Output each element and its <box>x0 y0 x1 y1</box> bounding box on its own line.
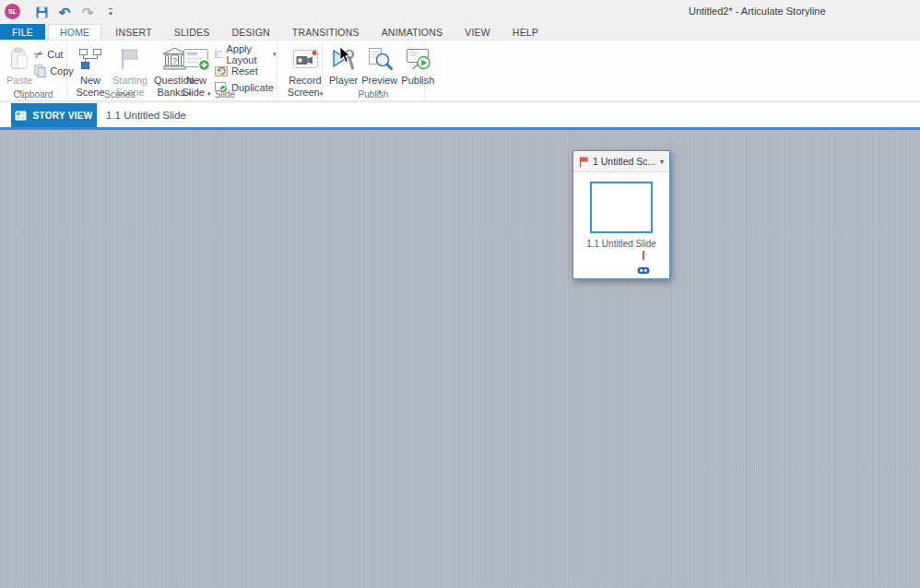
apply-layout-button[interactable]: Apply Layout ▾ <box>215 46 277 62</box>
scenes-group-caption: Scenes <box>67 89 172 100</box>
record-screen-icon <box>292 48 319 70</box>
cut-icon: ✂ <box>32 46 46 62</box>
ribbon-group-record: Record Screen▾ <box>277 41 322 100</box>
ribbon-group-slide: New Slide ▾ Apply Layout ▾ <box>173 41 277 100</box>
connection-stub <box>643 251 644 260</box>
slide-thumbnail-label: 1.1 Untitled Slide <box>573 239 669 249</box>
tab-help[interactable]: HELP <box>501 24 549 40</box>
reset-label: Reset <box>231 65 258 76</box>
redo-icon: ↷ <box>82 6 94 19</box>
new-scene-icon <box>78 47 102 71</box>
tab-slides[interactable]: SLIDES <box>163 24 221 40</box>
cut-label: Cut <box>47 49 63 60</box>
story-view-canvas[interactable]: 1 Untitled Sc... ▾ 1.1 Untitled Slide <box>0 130 920 588</box>
publish-group-caption: Publish <box>323 89 424 100</box>
window-title: Untitled2* - Articulate Storyline <box>689 6 826 17</box>
reset-icon <box>215 65 228 76</box>
customize-qat-button[interactable]: ▾ <box>102 3 119 21</box>
scene-menu-chevron-down-icon[interactable]: ▾ <box>660 158 664 166</box>
paste-icon <box>10 47 29 71</box>
preview-button[interactable]: Preview ▾ <box>360 42 399 95</box>
copy-icon <box>34 65 46 77</box>
save-icon <box>36 6 48 18</box>
preview-label: Preview <box>361 75 397 87</box>
publish-icon <box>405 47 431 71</box>
tab-slide-1-1[interactable]: 1.1 Untitled Slide <box>106 103 186 127</box>
storyline-logo-icon[interactable]: SL <box>5 4 20 19</box>
scene-card[interactable]: 1 Untitled Sc... ▾ 1.1 Untitled Slide <box>572 150 670 279</box>
title-bar: SL ↶ ↷ ▾ Untitled2* - Articulate Storyli… <box>0 0 920 24</box>
scene-title: 1 Untitled Sc... <box>593 156 656 167</box>
story-view-label: STORY VIEW <box>32 111 92 121</box>
preview-icon <box>366 47 393 71</box>
tab-home[interactable]: HOME <box>48 24 101 40</box>
chevron-down-icon: ▾ <box>273 51 277 57</box>
tab-file[interactable]: FILE <box>0 24 45 40</box>
story-view-grid-icon <box>15 111 27 121</box>
chevron-down-icon: ▾ <box>109 8 112 17</box>
undo-button[interactable]: ↶ <box>56 3 73 21</box>
scene-card-header[interactable]: 1 Untitled Sc... ▾ <box>573 151 669 172</box>
redo-button[interactable]: ↷ <box>79 3 96 21</box>
link-icon[interactable] <box>637 262 650 278</box>
slide-group-caption: Slide <box>173 89 277 100</box>
apply-layout-label: Apply Layout <box>226 43 262 65</box>
clipboard-group-caption: Clipboard <box>0 89 66 100</box>
ribbon-group-publish: Player Preview ▾ <box>323 41 424 100</box>
publish-button[interactable]: Publish <box>399 42 436 87</box>
starting-scene-flag-icon <box>120 47 140 71</box>
mouse-cursor <box>339 46 351 67</box>
ribbon-group-clipboard: Paste ▾ ✂ Cut Copy Clipboard <box>0 41 66 100</box>
paste-label: Paste <box>6 75 32 87</box>
slide-tab-label: 1.1 Untitled Slide <box>106 110 186 121</box>
record-screen-button[interactable]: Record Screen▾ <box>282 42 328 99</box>
paste-button[interactable]: Paste ▾ <box>5 42 34 95</box>
tab-transitions[interactable]: TRANSITIONS <box>281 24 371 40</box>
undo-icon: ↶ <box>59 6 71 19</box>
quick-access-toolbar: ↶ ↷ ▾ <box>33 2 119 22</box>
ribbon-home: Paste ▾ ✂ Cut Copy Clipboard <box>0 41 920 101</box>
tab-insert[interactable]: INSERT <box>104 24 163 40</box>
ribbon-group-scenes: New Scene Starting Scene <box>67 41 172 100</box>
new-slide-icon <box>183 47 211 72</box>
ribbon-tab-bar: FILE HOME INSERT SLIDES DESIGN TRANSITIO… <box>0 24 920 41</box>
tab-view[interactable]: VIEW <box>454 24 501 40</box>
save-button[interactable] <box>33 3 50 21</box>
slide-thumbnail[interactable] <box>590 182 653 233</box>
player-label: Player <box>329 75 358 87</box>
reset-button[interactable]: Reset <box>215 63 277 78</box>
tab-design[interactable]: DESIGN <box>220 24 280 40</box>
scene-flag-icon <box>579 156 589 168</box>
view-tab-bar: STORY VIEW 1.1 Untitled Slide <box>0 103 920 127</box>
tab-story-view[interactable]: STORY VIEW <box>11 103 97 127</box>
articulate-storyline-window: SL ↶ ↷ ▾ Untitled2* - Articulate Storyli… <box>0 0 920 588</box>
apply-layout-icon <box>215 49 222 60</box>
record-screen-label: Record Screen <box>288 75 322 98</box>
tab-animations[interactable]: ANIMATIONS <box>371 24 454 40</box>
publish-label: Publish <box>401 75 434 87</box>
